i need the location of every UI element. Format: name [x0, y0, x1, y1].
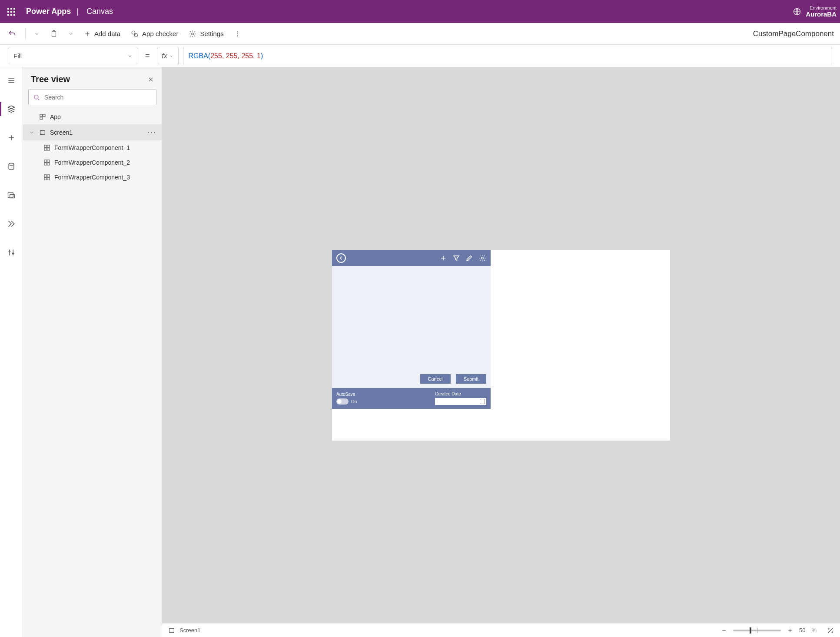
hamburger-button[interactable] [3, 72, 20, 89]
env-name: AuroraBA [806, 10, 837, 18]
tree-search-input[interactable] [28, 90, 156, 105]
tree-item-component[interactable]: FormWrapperComponent_3 [23, 170, 162, 185]
zoom-out-button[interactable] [721, 627, 727, 634]
left-rail [0, 67, 23, 637]
zoom-value: 50 [799, 627, 805, 634]
tree-item-label: FormWrapperComponent_1 [54, 144, 130, 151]
zoom-in-button[interactable] [787, 627, 793, 634]
app-title: Power Apps | Canvas [26, 7, 113, 16]
svg-point-14 [34, 95, 38, 99]
created-date-label: Created Date [435, 391, 486, 396]
svg-rect-28 [47, 175, 50, 177]
svg-point-8 [237, 35, 238, 36]
data-button[interactable] [3, 158, 20, 175]
zoom-slider[interactable] [733, 630, 781, 631]
globe-icon [793, 7, 801, 16]
autosave-value: On [351, 399, 357, 404]
tree-list: App Screen1 ··· FormWrapperComponent_1 [23, 109, 162, 637]
advanced-tools-button[interactable] [3, 244, 20, 261]
chevron-down-icon [169, 54, 173, 58]
artboard-screen1[interactable]: Cancel Submit AutoSave On Created Da [332, 250, 670, 441]
add-data-button[interactable]: Add data [80, 27, 124, 40]
canvas-area: Cancel Submit AutoSave On Created Da [162, 67, 840, 637]
tree-item-label: Screen1 [50, 129, 73, 136]
autosave-label: AutoSave [336, 392, 357, 397]
component-header [332, 250, 491, 266]
autosave-toggle[interactable] [336, 398, 349, 405]
svg-point-31 [481, 257, 484, 259]
fit-screen-button[interactable] [827, 627, 834, 634]
gear-icon[interactable] [478, 254, 486, 262]
svg-point-5 [192, 33, 194, 35]
fx-button[interactable]: fx [157, 48, 179, 64]
tree-item-label: FormWrapperComponent_2 [54, 159, 130, 166]
svg-rect-30 [47, 178, 50, 180]
back-button[interactable] [336, 253, 346, 263]
power-automate-button[interactable] [3, 215, 20, 232]
search-icon [33, 94, 40, 101]
filter-icon[interactable] [452, 254, 460, 262]
svg-rect-19 [44, 145, 46, 147]
svg-rect-20 [47, 145, 50, 147]
submit-button[interactable]: Submit [456, 374, 486, 384]
form-wrapper-component[interactable]: Cancel Submit AutoSave On Created Da [332, 250, 491, 409]
tree-item-app[interactable]: App [23, 109, 162, 124]
property-selector[interactable]: Fill [8, 48, 138, 64]
paste-chevron[interactable] [65, 29, 77, 39]
screen-icon [168, 627, 175, 634]
app-checker-button[interactable]: App checker [127, 27, 182, 40]
undo-button[interactable] [4, 27, 20, 41]
svg-rect-16 [43, 114, 45, 116]
edit-icon[interactable] [465, 254, 473, 262]
zoom-percent: % [811, 627, 817, 634]
component-body [332, 266, 491, 370]
status-bar: Screen1 50 % [162, 623, 840, 637]
chevron-down-icon[interactable] [29, 130, 35, 135]
tree-item-component[interactable]: FormWrapperComponent_2 [23, 155, 162, 170]
status-screen-name[interactable]: Screen1 [179, 627, 200, 634]
equals-label: = [143, 51, 153, 60]
component-icon [43, 173, 51, 181]
env-label: Environment [806, 5, 837, 10]
more-icon[interactable]: ··· [147, 128, 156, 137]
created-date-input[interactable] [435, 398, 486, 405]
paste-button[interactable] [46, 27, 61, 40]
media-button[interactable] [3, 186, 20, 204]
svg-rect-17 [40, 117, 42, 119]
undo-chevron[interactable] [31, 29, 43, 39]
calendar-icon [480, 399, 485, 404]
cancel-button[interactable]: Cancel [420, 374, 451, 384]
svg-rect-15 [40, 114, 42, 116]
svg-rect-27 [44, 175, 46, 177]
svg-point-6 [237, 31, 238, 32]
svg-rect-18 [40, 130, 45, 134]
environment-picker[interactable]: Environment AuroraBA [793, 5, 837, 18]
insert-button[interactable] [3, 129, 20, 146]
chevron-down-icon [127, 53, 133, 59]
component-footer: AutoSave On Created Date [332, 388, 491, 409]
app-file-name: CustomPageComponent [753, 30, 836, 38]
tree-item-screen1[interactable]: Screen1 ··· [23, 124, 162, 140]
formula-input[interactable]: RGBA(255, 255, 255, 1) [183, 48, 832, 64]
tree-view-title: Tree view [31, 74, 70, 84]
command-bar: Add data App checker Settings CustomPage… [0, 23, 840, 45]
svg-rect-23 [44, 160, 46, 162]
svg-rect-29 [44, 178, 46, 180]
tree-view-button[interactable] [3, 100, 20, 118]
close-panel-button[interactable] [148, 76, 154, 83]
tree-item-component[interactable]: FormWrapperComponent_1 [23, 140, 162, 155]
more-button[interactable] [231, 28, 245, 40]
formula-bar: Fill = fx RGBA(255, 255, 255, 1) [0, 45, 840, 67]
component-icon [43, 144, 51, 152]
app-launcher-icon[interactable] [3, 4, 19, 20]
svg-rect-32 [169, 628, 174, 632]
svg-rect-21 [44, 148, 46, 150]
component-icon [43, 159, 51, 166]
tree-item-label: FormWrapperComponent_3 [54, 174, 130, 181]
svg-rect-24 [47, 160, 50, 162]
add-icon[interactable] [439, 254, 447, 262]
app-header: Power Apps | Canvas Environment AuroraBA [0, 0, 840, 23]
svg-rect-22 [47, 148, 50, 150]
settings-button[interactable]: Settings [185, 27, 227, 40]
svg-rect-25 [44, 163, 46, 165]
